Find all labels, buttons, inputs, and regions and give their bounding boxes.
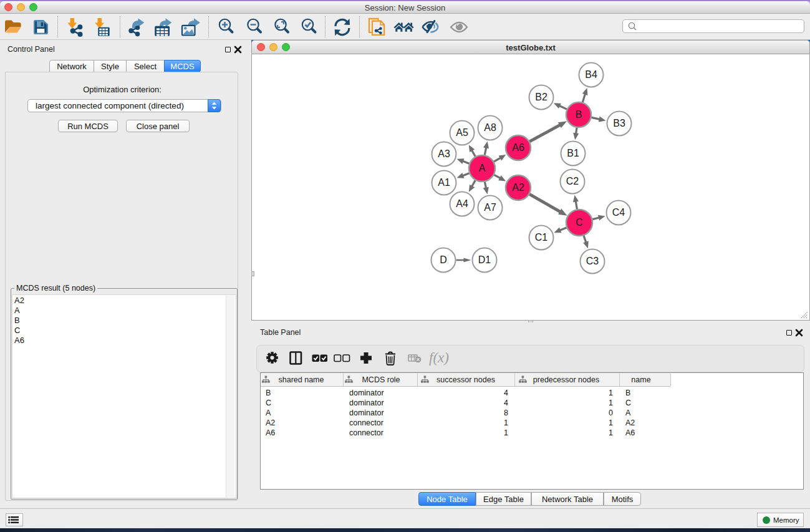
- svg-text:A8: A8: [484, 122, 496, 133]
- svg-text:4: 4: [504, 389, 508, 397]
- svg-text:B1: B1: [567, 148, 579, 158]
- svg-text:MCDS role: MCDS role: [362, 375, 400, 384]
- svg-text:1: 1: [609, 428, 613, 437]
- svg-text:B2: B2: [535, 92, 547, 102]
- svg-text:B3: B3: [613, 118, 625, 128]
- svg-text:C1: C1: [535, 232, 548, 243]
- svg-text:8: 8: [504, 409, 508, 417]
- svg-text:dominator: dominator: [349, 409, 384, 417]
- svg-text:connector: connector: [349, 428, 383, 437]
- svg-text:B: B: [266, 389, 271, 397]
- svg-text:A4: A4: [456, 198, 468, 209]
- svg-text:C: C: [266, 399, 271, 407]
- svg-text:C4: C4: [612, 207, 625, 218]
- svg-text:C3: C3: [586, 256, 599, 266]
- svg-text:C2: C2: [566, 176, 579, 186]
- svg-text:name: name: [631, 375, 650, 384]
- svg-text:B: B: [625, 389, 630, 397]
- svg-text:A1: A1: [438, 177, 450, 188]
- svg-text:A7: A7: [484, 202, 496, 213]
- svg-text:1: 1: [609, 389, 613, 397]
- svg-text:C: C: [576, 217, 583, 228]
- svg-text:B4: B4: [585, 69, 597, 80]
- svg-text:C: C: [625, 399, 631, 407]
- svg-text:A: A: [479, 163, 486, 173]
- svg-text:D1: D1: [478, 254, 491, 265]
- svg-text:1: 1: [504, 418, 508, 427]
- svg-text:A2: A2: [512, 182, 524, 193]
- svg-text:0: 0: [609, 409, 613, 417]
- svg-text:A3: A3: [438, 148, 450, 159]
- svg-text:dominator: dominator: [349, 389, 384, 397]
- svg-text:f(x): f(x): [429, 350, 449, 365]
- svg-text:1: 1: [609, 418, 613, 427]
- svg-text:A5: A5: [456, 127, 468, 138]
- svg-text:B: B: [576, 109, 582, 120]
- svg-text:dominator: dominator: [349, 399, 384, 407]
- svg-text:A: A: [625, 409, 631, 417]
- svg-text:A6: A6: [266, 428, 275, 437]
- svg-text:A2: A2: [266, 418, 275, 427]
- svg-text:1: 1: [609, 399, 613, 407]
- svg-text:1: 1: [504, 428, 508, 437]
- svg-text:A: A: [266, 409, 271, 417]
- svg-text:A6: A6: [512, 142, 524, 153]
- svg-text:A6: A6: [625, 428, 635, 437]
- svg-text:connector: connector: [349, 418, 383, 427]
- svg-text:4: 4: [504, 399, 508, 407]
- svg-text:A2: A2: [625, 418, 635, 427]
- svg-text:successor nodes: successor nodes: [436, 375, 495, 384]
- svg-text:shared name: shared name: [279, 375, 324, 384]
- svg-text:D: D: [440, 254, 447, 265]
- svg-text:predecessor nodes: predecessor nodes: [533, 375, 599, 384]
